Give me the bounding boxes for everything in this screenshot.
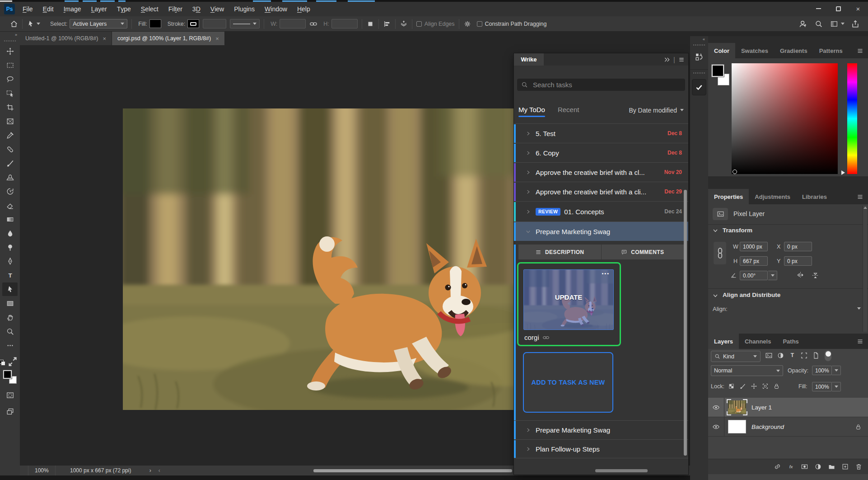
rectangular-marquee-tool[interactable] <box>2 58 18 72</box>
chevron-right-icon[interactable] <box>526 447 531 452</box>
brush-lock-icon[interactable] <box>739 383 746 390</box>
visibility-eye-icon[interactable] <box>708 398 724 417</box>
search-icon[interactable] <box>815 20 823 28</box>
task-row[interactable]: Prepare Marketing Swag <box>514 420 688 439</box>
chevron-right-icon[interactable] <box>526 428 531 433</box>
saturation-brightness-picker[interactable] <box>732 63 838 174</box>
type-tool[interactable] <box>2 268 18 282</box>
stroke-type-dropdown[interactable] <box>230 19 260 28</box>
constrain-path-dragging-checkbox[interactable]: Constrain Path Dragging <box>477 21 547 27</box>
layer-row-background[interactable]: Background <box>708 417 868 437</box>
menu-window[interactable]: Window <box>260 2 292 16</box>
brush-tool[interactable] <box>2 156 18 170</box>
chevron-right-icon[interactable] <box>526 151 531 155</box>
zoom-tool[interactable] <box>2 325 18 338</box>
foreground-color-swatch[interactable] <box>712 65 724 77</box>
smart-object-filter-icon[interactable] <box>812 352 820 359</box>
hand-tool[interactable] <box>2 311 18 324</box>
chevron-right-icon[interactable] <box>526 170 531 175</box>
panel-menu-icon[interactable] <box>857 47 863 54</box>
lock-lock-icon[interactable] <box>773 383 780 390</box>
attachment-card-highlighted[interactable]: ••• UPDATE corgi <box>517 262 621 346</box>
collapse-panel-icon[interactable] <box>664 56 670 63</box>
stroke-swatch[interactable] <box>187 19 199 28</box>
path-operations-icon[interactable] <box>366 20 374 28</box>
tab-description[interactable]: DESCRIPTION <box>518 245 602 259</box>
foreground-color-swatch[interactable] <box>3 370 12 379</box>
height-field[interactable] <box>331 19 358 28</box>
move-lock-icon[interactable] <box>751 383 757 390</box>
panel-menu-icon[interactable] <box>857 338 863 345</box>
menu-select[interactable]: Select <box>136 2 163 16</box>
group-folder-button-icon[interactable] <box>828 463 835 471</box>
wrike-vertical-scrollbar[interactable] <box>684 190 687 456</box>
constrain-proportions-icon[interactable] <box>714 242 726 264</box>
tab-layers[interactable]: Layers <box>708 334 739 349</box>
link-button-icon[interactable] <box>774 463 781 471</box>
layer-name[interactable]: Background <box>751 424 784 430</box>
tab-color[interactable]: Color <box>708 43 735 58</box>
workspace-chevron-icon[interactable] <box>841 23 845 25</box>
wrike-panel-tab[interactable]: Wrike <box>514 53 544 66</box>
close-button[interactable]: × <box>848 2 868 15</box>
task-row[interactable]: Plan Follow-up Steps <box>514 439 688 458</box>
tab-my-todo[interactable]: My ToDo <box>518 106 545 116</box>
task-search-box[interactable] <box>517 79 685 91</box>
path-arrangement-icon[interactable] <box>400 20 408 28</box>
wrike-plugin-icon[interactable] <box>692 79 706 95</box>
height-field[interactable]: 667 px <box>740 256 768 266</box>
fill-field[interactable]: 100% <box>812 382 841 392</box>
chevron-down-icon[interactable] <box>713 293 718 298</box>
stroke-width-field[interactable] <box>203 19 226 28</box>
task-row-selected[interactable]: Prepare Marketing Swag <box>514 221 688 241</box>
chevron-right-icon[interactable] <box>526 131 531 136</box>
lasso-tool[interactable] <box>2 72 18 86</box>
chevron-right-icon[interactable] <box>526 209 531 214</box>
color-swatches[interactable] <box>712 65 733 85</box>
clone-stamp-tool[interactable] <box>2 170 18 184</box>
close-tab-icon[interactable]: × <box>215 35 219 42</box>
tab-properties[interactable]: Properties <box>708 189 749 204</box>
new-layer-button-icon[interactable] <box>841 463 849 471</box>
opacity-field[interactable]: 100% <box>812 366 841 376</box>
status-prev-icon[interactable]: ‹ <box>155 466 164 475</box>
menu-image[interactable]: Image <box>59 2 86 16</box>
path-selection-tool[interactable] <box>2 282 18 296</box>
tab-swatches[interactable]: Swatches <box>735 43 774 58</box>
share-export-icon[interactable] <box>851 19 860 28</box>
flip-vertical-icon[interactable] <box>811 271 820 279</box>
tab-recent[interactable]: Recent <box>558 106 579 116</box>
eyedropper-tool[interactable] <box>2 128 18 142</box>
checkerboard-lock-icon[interactable] <box>728 383 735 390</box>
close-tab-icon[interactable]: × <box>103 35 106 42</box>
spot-healing-tool[interactable] <box>2 142 18 156</box>
adjustment-filter-icon[interactable] <box>777 352 784 359</box>
properties-scrollbar[interactable] <box>863 206 867 332</box>
frame-tool[interactable] <box>2 114 18 128</box>
share-user-icon[interactable] <box>798 19 807 28</box>
update-button[interactable]: UPDATE <box>524 293 613 301</box>
home-icon[interactable] <box>10 20 18 28</box>
history-brush-tool[interactable] <box>2 184 18 198</box>
artboard-lock-icon[interactable] <box>762 383 769 390</box>
frame-brackets-filter-icon[interactable] <box>800 352 808 359</box>
width-field[interactable] <box>280 19 306 28</box>
chevron-down-icon[interactable] <box>857 307 861 310</box>
fill-swatch[interactable] <box>149 19 161 28</box>
task-row[interactable]: Approve the creative brief with a cli...… <box>514 182 688 201</box>
image-filter-icon[interactable] <box>765 352 773 359</box>
tab-gradients[interactable]: Gradients <box>774 43 813 58</box>
add-to-task-button[interactable]: ADD TO TASK AS NEW <box>523 352 613 413</box>
panel-menu-icon[interactable] <box>857 193 863 200</box>
task-row[interactable]: 6. Copy Dec 8 <box>514 143 688 162</box>
screen-mode-icon[interactable] <box>2 405 18 418</box>
zoom-level-field[interactable]: 100% <box>28 466 56 475</box>
tab-paths[interactable]: Paths <box>777 334 804 349</box>
select-mode-dropdown[interactable]: Active Layers <box>70 19 127 28</box>
adjustment-button-icon[interactable] <box>814 463 822 471</box>
collapse-dock-icon[interactable]: « <box>690 36 708 42</box>
wrike-horizontal-scrollbar[interactable] <box>595 469 648 472</box>
menu-plugins[interactable]: Plugins <box>229 2 260 16</box>
task-row[interactable]: 5. Test Dec 8 <box>514 123 688 143</box>
workspace-icon[interactable] <box>830 20 838 28</box>
